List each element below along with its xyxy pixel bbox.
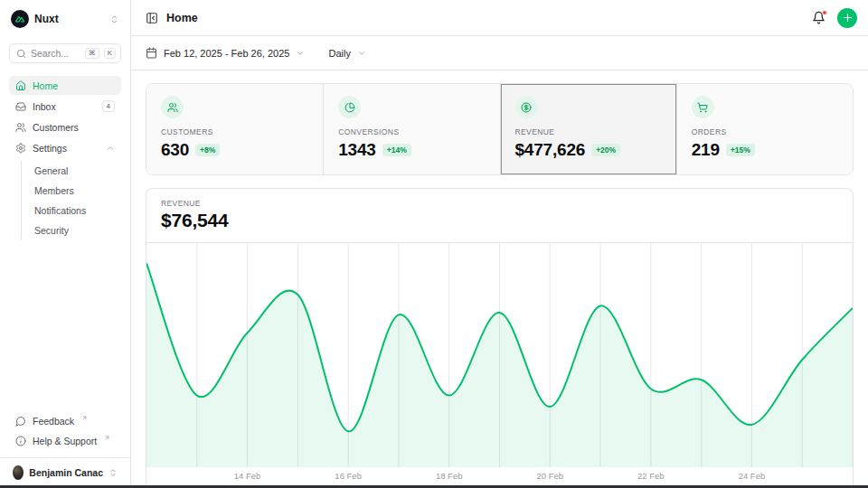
x-tick-label: 24 Feb — [739, 471, 766, 481]
stat-card-conversions[interactable]: CONVERSIONS 1343 +14% — [323, 84, 499, 174]
sidebar-item-label: Home — [33, 80, 58, 91]
stat-value: $477,626 — [515, 140, 586, 160]
stat-card-revenue[interactable]: REVENUE $477,626 +20% — [500, 84, 676, 174]
stat-card-customers[interactable]: CUSTOMERS 630 +8% — [146, 84, 323, 174]
users-icon — [15, 122, 26, 133]
gear-icon — [15, 143, 26, 154]
stat-delta-badge: +15% — [726, 144, 755, 156]
stat-value: 219 — [692, 140, 720, 160]
chevron-down-icon — [357, 49, 366, 58]
search-input[interactable] — [31, 48, 80, 59]
sidebar-item-label: Settings — [33, 143, 67, 154]
date-range-value: Feb 12, 2025 - Feb 26, 2025 — [164, 48, 289, 59]
sidebar-item-label: Customers — [33, 122, 79, 133]
x-axis-labels: 14 Feb16 Feb18 Feb20 Feb22 Feb24 Feb — [146, 467, 853, 486]
period-value: Daily — [328, 48, 350, 59]
revenue-chart: 14 Feb16 Feb18 Feb20 Feb22 Feb24 Feb — [146, 242, 853, 486]
shopping-cart-icon — [692, 96, 714, 118]
period-select[interactable]: Daily — [328, 48, 365, 59]
sidebar-item-members[interactable]: Members — [31, 181, 121, 200]
sidebar-item-inbox[interactable]: Inbox 4 — [9, 97, 121, 116]
filters-toolbar: Feb 12, 2025 - Feb 26, 2025 Daily — [131, 36, 868, 70]
workspace-name: Nuxt — [34, 13, 104, 25]
x-tick-label: 22 Feb — [637, 471, 665, 481]
stat-value: 1343 — [338, 140, 375, 160]
external-link-icon — [81, 415, 88, 421]
sidebar-footer: Feedback Help & Support Benjamin Canac — [9, 411, 121, 483]
home-icon — [15, 80, 26, 91]
x-tick-label: 18 Feb — [436, 471, 463, 481]
page-title: Home — [166, 12, 198, 24]
avatar — [13, 465, 24, 480]
x-tick-label: 14 Feb — [234, 471, 261, 481]
kbd-cmd: ⌘ — [85, 48, 99, 59]
external-link-icon — [104, 435, 110, 441]
dashboard-content: CUSTOMERS 630 +8% CONVERSIONS 1343 +14% — [131, 70, 868, 488]
stat-label: REVENUE — [515, 127, 662, 136]
chevron-down-icon — [296, 49, 305, 58]
stats-panel: CUSTOMERS 630 +8% CONVERSIONS 1343 +14% — [146, 83, 854, 175]
x-tick-label: 16 Feb — [335, 471, 362, 481]
chat-bubble-icon — [15, 416, 26, 427]
settings-submenu: General Members Notifications Security — [21, 161, 121, 239]
chevrons-up-down-icon — [109, 14, 119, 24]
user-menu[interactable]: Benjamin Canac — [9, 459, 121, 483]
stat-label: ORDERS — [692, 127, 838, 136]
sidebar-item-help-support[interactable]: Help & Support — [9, 431, 121, 450]
divider — [0, 457, 130, 458]
add-button[interactable] — [837, 8, 857, 28]
stat-label: CUSTOMERS — [161, 127, 308, 136]
nuxt-logo-icon — [11, 10, 29, 28]
chevrons-up-down-icon — [108, 468, 118, 477]
sidebar-item-label: Help & Support — [33, 436, 97, 446]
user-name: Benjamin Canac — [29, 467, 103, 478]
stat-delta-badge: +14% — [382, 144, 411, 156]
sidebar-item-home[interactable]: Home — [9, 76, 121, 95]
sidebar-item-customers[interactable]: Customers — [9, 117, 121, 136]
kbd-k: K — [104, 48, 116, 59]
main-area: Home Feb 12, 2025 - Feb 26, 2025 — [131, 0, 868, 488]
pie-chart-icon — [338, 96, 361, 118]
sidebar-item-settings[interactable]: Settings — [9, 138, 121, 157]
sidebar-nav: Home Inbox 4 Customers Settings — [9, 76, 121, 241]
stat-delta-badge: +20% — [591, 144, 620, 156]
page-header: Home — [131, 0, 868, 36]
sidebar-item-feedback[interactable]: Feedback — [9, 411, 121, 430]
search-input-container[interactable]: ⌘ K — [9, 43, 121, 63]
sidebar-item-label: Inbox — [33, 101, 56, 112]
chart-metric-value: $76,544 — [161, 210, 838, 231]
area-chart-svg — [146, 243, 853, 467]
info-circle-icon — [15, 436, 26, 446]
stat-card-orders[interactable]: ORDERS 219 +15% — [676, 84, 853, 174]
dollar-circle-icon — [515, 96, 538, 118]
chevron-up-icon — [106, 144, 115, 153]
app-window: Nuxt ⌘ K Home Inb — [0, 0, 868, 488]
date-range-picker[interactable]: Feb 12, 2025 - Feb 26, 2025 — [146, 47, 305, 59]
notification-dot — [822, 10, 827, 15]
calendar-icon — [146, 47, 157, 59]
workspace-switcher[interactable]: Nuxt — [9, 8, 121, 30]
search-icon — [16, 49, 26, 59]
plus-icon — [842, 12, 854, 23]
stat-label: CONVERSIONS — [338, 127, 485, 136]
sidebar: Nuxt ⌘ K Home Inb — [0, 0, 131, 488]
sidebar-collapse-icon[interactable] — [146, 12, 158, 24]
inbox-icon — [15, 101, 26, 112]
x-tick-label: 20 Feb — [536, 471, 563, 481]
stat-value: 630 — [161, 140, 189, 160]
users-icon — [161, 96, 184, 118]
sidebar-item-notifications[interactable]: Notifications — [31, 201, 121, 220]
sidebar-item-security[interactable]: Security — [31, 221, 121, 239]
sidebar-item-label: Feedback — [33, 416, 74, 427]
sidebar-item-general[interactable]: General — [31, 161, 121, 180]
revenue-chart-panel: REVENUE $76,544 14 Feb16 Feb18 Feb20 Feb… — [146, 188, 854, 486]
notifications-button[interactable] — [812, 11, 826, 24]
chart-metric-label: REVENUE — [161, 199, 838, 208]
inbox-count-badge: 4 — [102, 100, 115, 112]
stat-delta-badge: +8% — [195, 144, 220, 156]
